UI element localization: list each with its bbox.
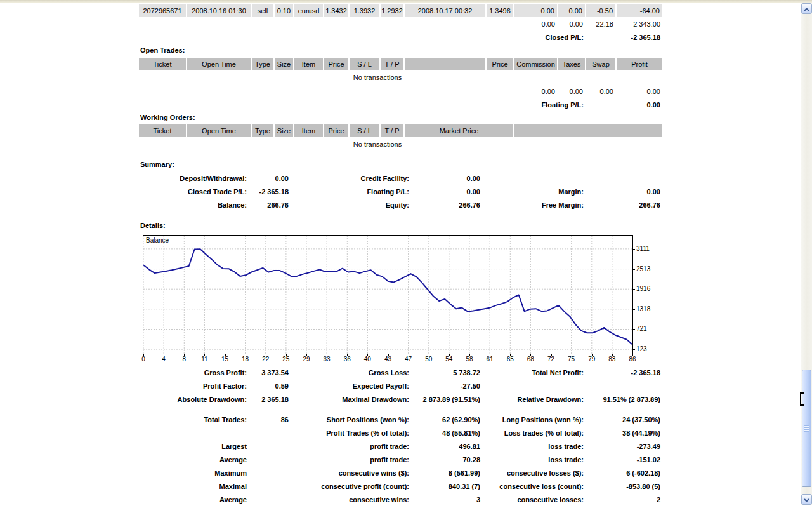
scroll-down-button[interactable] <box>801 494 812 505</box>
stats-row-cell <box>584 382 660 391</box>
closed-trade-cell: 1.3432 <box>324 4 348 17</box>
stats-row-cell <box>247 482 289 491</box>
stats-row-cell: -853.80 (5) <box>584 482 660 491</box>
x-axis-label: 50 <box>425 356 432 363</box>
open-trades-empty-message: No transactions <box>139 74 616 81</box>
stats-row: Maximalconsecutive profit (count):840.31… <box>139 482 660 491</box>
closed-trade-cell: -64.00 <box>617 4 662 17</box>
summary-row-cell: Balance: <box>139 201 247 210</box>
stats-row-cell: Total Trades: <box>139 415 247 425</box>
open-totals-cell <box>139 87 186 97</box>
x-axis-label: 15 <box>221 356 228 363</box>
open-trades-header-cell: Ticket <box>139 58 186 70</box>
open-trades-header-cell: Item <box>294 58 323 70</box>
x-axis-label: 8 <box>182 356 186 363</box>
summary-row-cell: 0.00 <box>584 187 660 197</box>
stats-row-cell: Average <box>139 495 247 505</box>
open-totals-cell <box>381 87 403 97</box>
closed-pl-label: Closed P/L: <box>480 33 584 43</box>
closed-trade-cell: eurusd <box>294 4 323 17</box>
mouse-cursor <box>800 392 804 406</box>
stats-row-cell: 62 (62.90%) <box>409 415 480 425</box>
stats-row-cell: loss trade: <box>480 442 584 451</box>
y-axis-label: 2513 <box>636 265 650 272</box>
open-trades-header-cell <box>405 58 485 70</box>
summary-row-cell: 0.00 <box>247 174 289 184</box>
closed-trade-cell: -0.50 <box>586 4 615 17</box>
summary-row: Balance:266.76Equity:266.76Free Margin:2… <box>139 201 660 210</box>
working-orders-header-row: TicketOpen TimeTypeSizeItemPriceS / LT /… <box>139 124 662 137</box>
y-axis-label: 1916 <box>636 285 650 292</box>
stats-row-cell: 2 <box>584 495 660 505</box>
stats-row-cell: loss trade: <box>480 455 584 465</box>
closed-trade-cell: 2008.10.16 01:30 <box>187 4 251 17</box>
summary-row-cell <box>584 174 660 184</box>
summary-row: Deposit/Withdrawal:0.00Credit Facility:0… <box>139 174 660 184</box>
closed-trade-cell: 0.00 <box>514 4 557 17</box>
open-trades-header-cell: Taxes <box>558 58 585 70</box>
x-axis-label: 25 <box>282 356 289 363</box>
stats-row-cell: -27.50 <box>409 382 480 391</box>
stats-row-cell: 24 (37.50%) <box>584 415 660 425</box>
working-orders-header-cell: S / L <box>350 124 379 137</box>
summary-row-cell: Free Margin: <box>480 201 584 210</box>
open-totals-cell: 0.00 <box>558 87 585 97</box>
closed-totals-cell <box>381 20 403 29</box>
stats-row-cell: 0.59 <box>247 382 289 391</box>
open-totals-cell <box>252 87 273 97</box>
closed-pl-row: Closed P/L: -2 365.18 <box>139 33 660 43</box>
scroll-up-button[interactable] <box>801 3 812 14</box>
working-orders-header-cell: Ticket <box>139 124 186 137</box>
working-orders-header-cell: Market Price <box>405 124 513 137</box>
x-axis-label: 86 <box>629 356 636 363</box>
stats-row-cell: consecutive wins: <box>289 495 409 505</box>
open-totals-cell <box>294 87 323 97</box>
stats-row-cell: 5 738.72 <box>409 368 480 378</box>
working-orders-header-cell: Item <box>294 124 323 137</box>
x-axis-label: 0 <box>141 356 145 363</box>
stats-row-cell <box>247 495 289 505</box>
vertical-scrollbar[interactable] <box>801 3 812 505</box>
closed-totals-cell <box>187 20 251 29</box>
closed-totals-cell: 0.00 <box>558 20 585 29</box>
stats-row-cell: Profit Factor: <box>139 382 247 391</box>
open-totals-cell <box>187 87 251 97</box>
stats-row-cell: 496.81 <box>409 442 480 451</box>
stats-row-cell: consecutive losses ($): <box>480 469 584 478</box>
x-axis-label: 79 <box>588 356 595 363</box>
summary-row-cell: Credit Facility: <box>289 174 409 184</box>
stats-row-cell: 840.31 (7) <box>409 482 480 491</box>
balance-chart: Balance <box>143 235 633 354</box>
summary-row: Closed Trade P/L:-2 365.18Floating P/L:0… <box>139 187 660 197</box>
stats-row-cell: Gross Profit: <box>139 368 247 378</box>
y-axis-label: 1318 <box>636 305 650 312</box>
x-axis-label: 22 <box>262 356 269 363</box>
stats-row-cell <box>247 469 289 478</box>
x-axis-label: 65 <box>507 356 514 363</box>
closed-totals-cell <box>324 20 348 29</box>
open-totals-cell <box>324 87 348 97</box>
summary-row-cell: 0.00 <box>409 187 480 197</box>
open-trades-header-cell: Commission <box>514 58 557 70</box>
stats-row-cell: consecutive loss (count): <box>480 482 584 491</box>
x-axis-label: 4 <box>162 356 166 363</box>
y-axis-label: 3111 <box>636 245 650 252</box>
closed-totals-cell: -2 343.00 <box>617 20 662 29</box>
stats-row-cell: Loss trades (% of total): <box>480 429 584 438</box>
closed-trade-cell: 1.3932 <box>350 4 379 17</box>
stats-row-cell: Relative Drawdown: <box>480 395 584 404</box>
working-orders-header-cell: Size <box>275 124 293 137</box>
x-axis-label: 83 <box>608 356 615 363</box>
open-trades-header-cell: T / P <box>381 58 403 70</box>
stats-row-cell: Maximal <box>139 482 247 491</box>
scrollbar-thumb[interactable] <box>802 370 811 487</box>
balance-chart-canvas <box>143 236 632 354</box>
floating-pl-label: Floating P/L: <box>480 100 584 110</box>
open-trades-header-cell: S / L <box>350 58 379 70</box>
stats-row-cell <box>139 429 247 438</box>
x-axis-label: 75 <box>568 356 575 363</box>
open-trades-header-cell: Size <box>275 58 293 70</box>
stats-row-cell: -151.02 <box>584 455 660 465</box>
stats-row-cell: Maximum <box>139 469 247 478</box>
open-totals-cell <box>405 87 485 97</box>
